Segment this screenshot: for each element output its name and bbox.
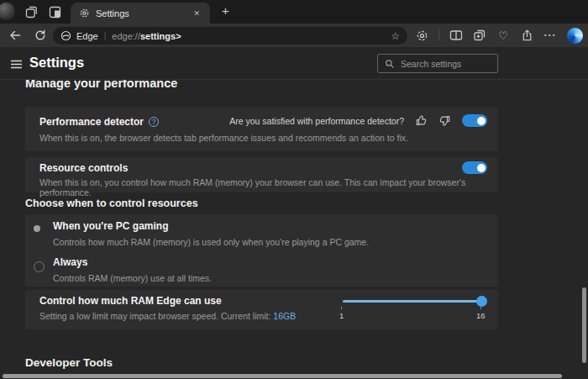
radio-pc-gaming[interactable] bbox=[34, 225, 40, 232]
toolbar-actions: ♡ ··· bbox=[415, 24, 583, 47]
performance-detector-label: Performance detector bbox=[39, 116, 144, 128]
tab-settings[interactable]: Settings ✕ bbox=[71, 3, 210, 24]
close-tab-icon[interactable]: ✕ bbox=[191, 8, 202, 19]
slider-min-tick: 1 bbox=[339, 307, 344, 320]
radio-pc-gaming-description: Controls how much RAM (memory) is used o… bbox=[53, 237, 369, 247]
menu-icon[interactable] bbox=[10, 58, 23, 71]
copilot-icon[interactable] bbox=[567, 28, 583, 44]
radio-always[interactable] bbox=[34, 261, 45, 272]
browser-window: Settings ✕ + Edge | edge:// settings bbox=[0, 0, 588, 379]
ram-slider-thumb[interactable] bbox=[476, 296, 487, 307]
ram-limit-card: Control how much RAM Edge can use Settin… bbox=[25, 290, 498, 329]
gear-toolbar-icon[interactable] bbox=[415, 29, 428, 42]
share-icon[interactable] bbox=[520, 29, 533, 42]
slider-max-tick: 16 bbox=[476, 307, 486, 320]
section-title: Manage your performance bbox=[25, 80, 177, 90]
tab-activity-icon[interactable] bbox=[48, 5, 61, 18]
current-limit-link[interactable]: 16GB bbox=[273, 311, 296, 321]
resource-controls-toggle[interactable] bbox=[462, 161, 487, 174]
collections-icon[interactable] bbox=[473, 29, 486, 42]
url-path: settings bbox=[140, 31, 176, 41]
navigation-toolbar: Edge | edge:// settings > ☆ bbox=[0, 24, 588, 47]
profile-avatar[interactable] bbox=[0, 3, 15, 20]
toolbar-divider bbox=[438, 29, 439, 41]
resource-controls-title: Resource controls bbox=[39, 162, 128, 174]
resource-controls-description: When this is on, you control how much RA… bbox=[39, 177, 498, 197]
back-icon[interactable] bbox=[8, 29, 22, 42]
page-title: Settings bbox=[29, 55, 84, 71]
search-input[interactable] bbox=[401, 59, 491, 69]
address-divider: | bbox=[104, 31, 107, 40]
favorite-star-icon[interactable]: ☆ bbox=[391, 30, 400, 42]
thumbs-up-icon[interactable] bbox=[415, 114, 428, 127]
satisfaction-row: Are you satisfied with performance detec… bbox=[229, 114, 487, 127]
url-suffix: > bbox=[176, 31, 181, 41]
slider-max-label: 16 bbox=[476, 311, 486, 320]
radio-always-label: Always bbox=[53, 256, 87, 268]
radio-pc-gaming-label: When you're PC gaming bbox=[53, 220, 169, 232]
ram-limit-title: Control how much RAM Edge can use bbox=[39, 295, 222, 307]
gear-icon bbox=[79, 8, 90, 18]
ram-limit-description: Setting a low limit may impact browser s… bbox=[39, 311, 296, 321]
edge-logo-icon bbox=[60, 30, 71, 41]
split-screen-icon[interactable] bbox=[449, 29, 463, 42]
ram-slider[interactable] bbox=[343, 300, 486, 303]
settings-content: Manage your performance Performance dete… bbox=[0, 80, 588, 375]
thumbs-down-icon[interactable] bbox=[438, 114, 451, 127]
performance-detector-title: Performance detector ? bbox=[39, 116, 159, 128]
horizontal-scrollbar[interactable] bbox=[3, 374, 562, 378]
tab-title: Settings bbox=[96, 8, 185, 18]
resource-controls-card: Resource controls When this is on, you c… bbox=[25, 157, 498, 192]
choose-resources-heading: Choose when to control resources bbox=[25, 197, 198, 209]
developer-tools-heading: Developer Tools bbox=[25, 356, 113, 369]
slider-min-label: 1 bbox=[339, 311, 344, 320]
url-scheme: edge:// bbox=[112, 31, 140, 41]
tick-mark bbox=[480, 307, 481, 309]
workspaces-icon[interactable] bbox=[24, 5, 38, 18]
more-menu-icon[interactable]: ··· bbox=[543, 29, 557, 42]
radio-options-card: When you're PC gaming Controls how much … bbox=[25, 214, 498, 287]
site-label: Edge bbox=[76, 31, 98, 41]
refresh-icon[interactable] bbox=[34, 29, 47, 42]
ram-limit-label: Control how much RAM Edge can use bbox=[39, 295, 222, 307]
radio-always-description: Controls RAM (memory) use at all times. bbox=[53, 273, 212, 283]
ram-limit-description-text: Setting a low limit may impact browser s… bbox=[39, 311, 273, 321]
address-bar[interactable]: Edge | edge:// settings > ☆ bbox=[53, 27, 407, 45]
performance-detector-card: Performance detector ? Are you satisfied… bbox=[25, 107, 498, 151]
satisfaction-question: Are you satisfied with performance detec… bbox=[229, 116, 404, 126]
performance-detector-toggle[interactable] bbox=[462, 114, 487, 127]
search-icon bbox=[385, 59, 395, 69]
new-tab-button[interactable]: + bbox=[218, 3, 233, 18]
browser-essentials-icon[interactable]: ♡ bbox=[496, 29, 510, 42]
vertical-scrollbar[interactable] bbox=[582, 287, 586, 363]
resource-controls-label: Resource controls bbox=[39, 162, 128, 174]
settings-header: Settings bbox=[0, 47, 588, 80]
search-box[interactable] bbox=[377, 54, 498, 73]
performance-detector-description: When this is on, the browser detects tab… bbox=[39, 133, 408, 143]
tab-strip: Settings ✕ + bbox=[0, 0, 588, 24]
tick-mark bbox=[341, 307, 342, 309]
help-icon[interactable]: ? bbox=[149, 117, 159, 127]
